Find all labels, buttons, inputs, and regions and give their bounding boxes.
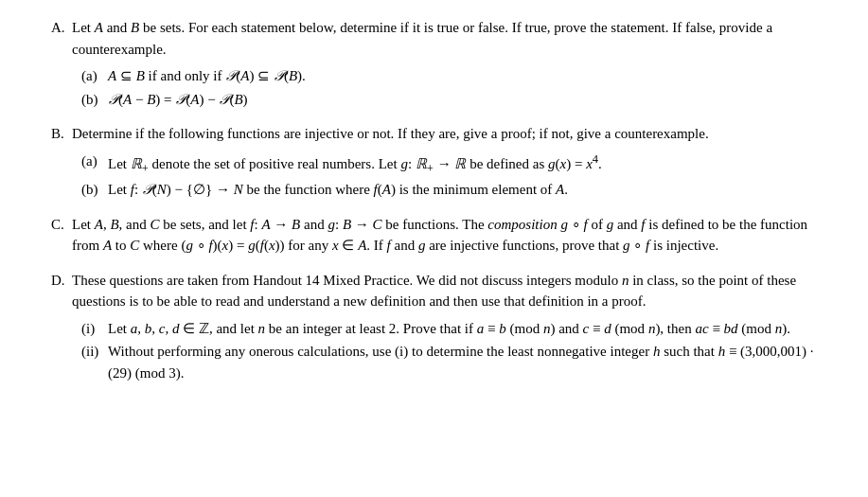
problem-B-label: B. bbox=[51, 123, 72, 145]
problem-D: D. These questions are taken from Handou… bbox=[51, 270, 817, 384]
problem-B-a-content: Let ℝ+ denote the set of positive real n… bbox=[108, 151, 817, 178]
problem-B-b-content: Let f: 𝒫(N) − {∅} → N be the function wh… bbox=[108, 179, 817, 201]
problem-B-text: Determine if the following functions are… bbox=[72, 126, 709, 141]
problem-D-label: D. bbox=[51, 270, 72, 292]
problem-C-content: Let A, B, and C be sets, and let f: A → … bbox=[72, 214, 817, 257]
problem-C: C. Let A, B, and C be sets, and let f: A… bbox=[51, 214, 817, 257]
problem-D-i-label: (i) bbox=[81, 318, 108, 340]
problem-D-i-content: Let a, b, c, d ∈ ℤ, and let n be an inte… bbox=[108, 318, 817, 340]
problem-A: A. Let A and B be sets. For each stateme… bbox=[51, 17, 817, 110]
problem-D-content: These questions are taken from Handout 1… bbox=[72, 270, 817, 312]
problem-A-text: Let A and B be sets. For each statement … bbox=[72, 20, 772, 57]
problem-A-a-content: A ⊆ B if and only if 𝒫(A) ⊆ 𝒫(B). bbox=[108, 65, 817, 87]
problem-B: B. Determine if the following functions … bbox=[51, 123, 817, 201]
problem-D-ii-content: Without performing any onerous calculati… bbox=[108, 341, 817, 383]
problem-B-content: Determine if the following functions are… bbox=[72, 123, 817, 145]
problem-A-a-label: (a) bbox=[81, 65, 108, 87]
problem-B-a-label: (a) bbox=[81, 151, 108, 172]
problem-D-ii: (ii) Without performing any onerous calc… bbox=[81, 341, 817, 383]
problem-D-text: These questions are taken from Handout 1… bbox=[72, 273, 796, 310]
problem-A-content: Let A and B be sets. For each statement … bbox=[72, 17, 817, 60]
problem-A-b: (b) 𝒫(A − B) = 𝒫(A) − 𝒫(B) bbox=[81, 89, 817, 111]
problem-B-b-label: (b) bbox=[81, 179, 108, 201]
problem-B-b: (b) Let f: 𝒫(N) − {∅} → N be the functio… bbox=[81, 179, 817, 201]
problem-A-a: (a) A ⊆ B if and only if 𝒫(A) ⊆ 𝒫(B). bbox=[81, 65, 817, 87]
problem-C-text: Let A, B, and C be sets, and let f: A → … bbox=[72, 217, 807, 254]
problem-A-label: A. bbox=[51, 17, 72, 39]
problem-A-b-label: (b) bbox=[81, 89, 108, 111]
problem-A-b-content: 𝒫(A − B) = 𝒫(A) − 𝒫(B) bbox=[108, 89, 817, 111]
problem-C-label: C. bbox=[51, 214, 72, 236]
problem-D-ii-label: (ii) bbox=[81, 341, 108, 363]
problem-D-i: (i) Let a, b, c, d ∈ ℤ, and let n be an … bbox=[81, 318, 817, 340]
problem-B-a: (a) Let ℝ+ denote the set of positive re… bbox=[81, 151, 817, 178]
